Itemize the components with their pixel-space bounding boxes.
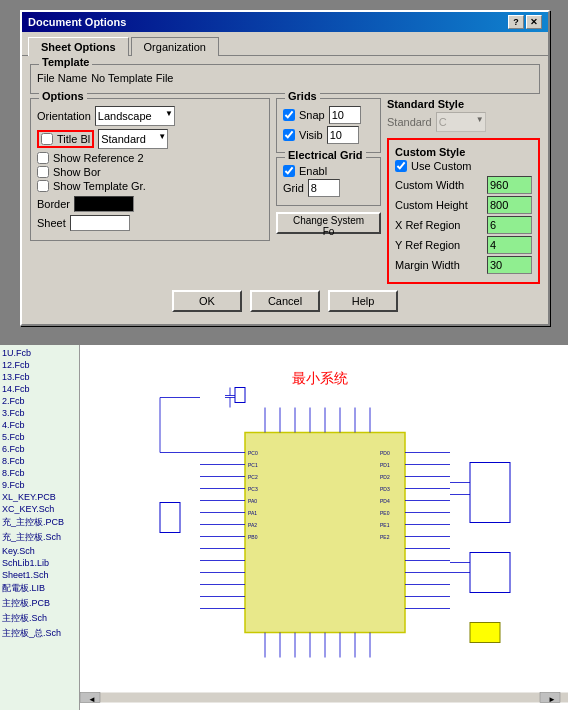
show-template-checkbox[interactable] (37, 180, 49, 192)
right-column: Standard Style Standard C A B D E (387, 98, 540, 284)
visible-input[interactable] (327, 126, 359, 144)
svg-text:PD4: PD4 (380, 498, 390, 504)
file-item[interactable]: 充_主控板.PCB (2, 515, 77, 530)
svg-text:PD3: PD3 (380, 486, 390, 492)
margin-width-input[interactable] (487, 256, 532, 274)
file-item[interactable]: Sheet1.Sch (2, 569, 77, 581)
help-button[interactable]: Help (328, 290, 398, 312)
y-ref-input[interactable] (487, 236, 532, 254)
electrical-grid-input[interactable] (308, 179, 340, 197)
file-item[interactable]: 12.Fcb (2, 359, 77, 371)
orientation-row: Orientation Landscape Portrait (37, 106, 263, 126)
svg-rect-68 (470, 623, 500, 643)
file-item[interactable]: XC_KEY.Sch (2, 503, 77, 515)
file-item[interactable]: 8.Fcb (2, 455, 77, 467)
template-group-title: Template (39, 56, 92, 68)
dialog-titlebar: Document Options ? ✕ (22, 12, 548, 32)
file-item[interactable]: 充_主控板.Sch (2, 530, 77, 545)
file-tree: 1U.Fcb 12.Fcb 13.Fcb 14.Fcb 2.Fcb 3.Fcb … (0, 345, 80, 710)
title-block-checkbox[interactable] (41, 133, 53, 145)
svg-text:PD1: PD1 (380, 462, 390, 468)
file-name-label: File Name (37, 72, 87, 84)
show-border-label: Show Bor (53, 166, 101, 178)
schematic-svg: 最小系统 (80, 345, 568, 710)
title-block-style-wrapper: Standard Custom (98, 129, 168, 149)
snap-input[interactable] (329, 106, 361, 124)
svg-text:PC0: PC0 (248, 450, 258, 456)
template-file-row: File Name No Template File (37, 72, 533, 84)
standard-label: Standard (387, 116, 432, 128)
file-item[interactable]: 主控板.Sch (2, 611, 77, 626)
x-ref-label: X Ref Region (395, 219, 460, 231)
show-template-label: Show Template Gr. (53, 180, 146, 192)
standard-style-select-wrapper: C A B D E (436, 112, 486, 132)
file-item[interactable]: 4.Fcb (2, 419, 77, 431)
close-title-button[interactable]: ✕ (526, 15, 542, 29)
show-reference-checkbox[interactable] (37, 152, 49, 164)
file-item[interactable]: 9.Fcb (2, 479, 77, 491)
schematic-area: 1U.Fcb 12.Fcb 13.Fcb 14.Fcb 2.Fcb 3.Fcb … (0, 345, 568, 710)
change-system-wrapper: Change System Fo (276, 212, 381, 234)
standard-style-section: Standard Style Standard C A B D E (387, 98, 540, 132)
visible-row: Visib (283, 126, 374, 144)
visible-checkbox[interactable] (283, 129, 295, 141)
use-custom-checkbox[interactable] (395, 160, 407, 172)
border-color-swatch[interactable] (74, 196, 134, 212)
options-group-title: Options (39, 90, 87, 102)
file-item[interactable]: 6.Fcb (2, 443, 77, 455)
file-item[interactable]: 14.Fcb (2, 383, 77, 395)
custom-height-input[interactable] (487, 196, 532, 214)
orientation-label: Orientation (37, 110, 91, 122)
file-item[interactable]: 8.Fcb (2, 467, 77, 479)
svg-text:◄: ◄ (88, 695, 96, 704)
file-item[interactable]: 5.Fcb (2, 431, 77, 443)
show-template-row: Show Template Gr. (37, 180, 263, 192)
file-item[interactable]: 主控板.PCB (2, 596, 77, 611)
svg-text:PE0: PE0 (380, 510, 390, 516)
grids-group: Grids Snap Visib (276, 98, 381, 153)
file-item[interactable]: 配電板.LIB (2, 581, 77, 596)
snap-label: Snap (299, 109, 325, 121)
svg-text:PE1: PE1 (380, 522, 390, 528)
file-item[interactable]: 1U.Fcb (2, 347, 77, 359)
file-item[interactable]: 3.Fcb (2, 407, 77, 419)
svg-text:PD0: PD0 (380, 450, 390, 456)
standard-style-row: Standard C A B D E (387, 112, 540, 132)
show-reference-row: Show Reference 2 (37, 152, 263, 164)
svg-text:PC1: PC1 (248, 462, 258, 468)
title-buttons: ? ✕ (508, 15, 542, 29)
svg-rect-78 (80, 693, 568, 703)
show-border-checkbox[interactable] (37, 166, 49, 178)
file-item[interactable]: Key.Sch (2, 545, 77, 557)
svg-text:PA0: PA0 (248, 498, 257, 504)
visible-label: Visib (299, 129, 323, 141)
use-custom-row: Use Custom (395, 160, 532, 172)
left-column: Options Orientation Landscape Portrait (30, 98, 270, 284)
margin-width-label: Margin Width (395, 259, 460, 271)
tab-sheet-options[interactable]: Sheet Options (28, 37, 129, 56)
electrical-enabled-checkbox[interactable] (283, 165, 295, 177)
file-item[interactable]: 13.Fcb (2, 371, 77, 383)
snap-checkbox[interactable] (283, 109, 295, 121)
tab-organization[interactable]: Organization (131, 37, 219, 56)
standard-style-select[interactable]: C A B D E (436, 112, 486, 132)
file-item[interactable]: SchLib1.Lib (2, 557, 77, 569)
file-item[interactable]: 2.Fcb (2, 395, 77, 407)
x-ref-row: X Ref Region (395, 216, 532, 234)
standard-style-label: Standard Style (387, 98, 540, 110)
change-system-button[interactable]: Change System Fo (276, 212, 381, 234)
cancel-button[interactable]: Cancel (250, 290, 320, 312)
dialog-content: Template File Name No Template File Opti… (22, 55, 548, 324)
ok-button[interactable]: OK (172, 290, 242, 312)
border-row: Border (37, 196, 263, 212)
help-title-button[interactable]: ? (508, 15, 524, 29)
sheet-color-swatch[interactable] (70, 215, 130, 231)
svg-text:PB0: PB0 (248, 534, 258, 540)
file-item[interactable]: 主控板_总.Sch (2, 626, 77, 641)
orientation-select[interactable]: Landscape Portrait (95, 106, 175, 126)
title-block-style-select[interactable]: Standard Custom (98, 129, 168, 149)
title-block-row: Title Bl Standard Custom (37, 129, 263, 149)
file-item[interactable]: XL_KEY.PCB (2, 491, 77, 503)
custom-width-input[interactable] (487, 176, 532, 194)
x-ref-input[interactable] (487, 216, 532, 234)
